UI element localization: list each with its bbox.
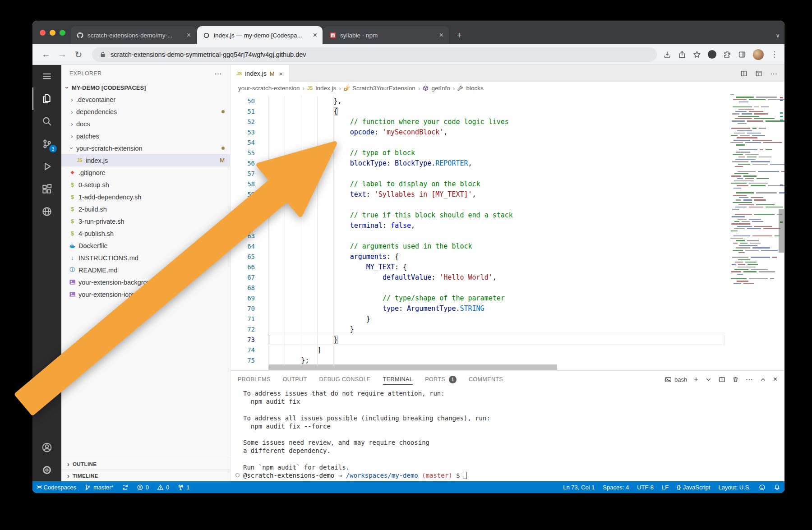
tree-item-README.md[interactable]: ⓘREADME.md xyxy=(61,264,230,276)
code-line-65[interactable]: 65 arguments: { xyxy=(231,252,784,262)
browser-tab[interactable]: index.js — my-demo [Codespa...× xyxy=(197,26,323,44)
tree-item-0-setup.sh[interactable]: $0-setup.sh xyxy=(61,179,230,191)
tree-item-INSTRUCTIONS.md[interactable]: ↓INSTRUCTIONS.md xyxy=(61,252,230,264)
status-eol[interactable]: LF xyxy=(658,481,673,493)
code-line-63[interactable]: 63 xyxy=(231,231,784,241)
code-line-69[interactable]: 69 // type/shape of the parameter xyxy=(231,293,784,304)
bookmark-star-icon[interactable] xyxy=(693,51,701,59)
side-panel-icon[interactable] xyxy=(738,51,746,59)
status-remote-ports[interactable]: 1 xyxy=(173,481,194,493)
workspace-root-folder[interactable]: › MY-DEMO [CODESPACES] xyxy=(61,82,230,93)
code-line-50[interactable]: 50 }, xyxy=(231,96,784,106)
tree-item-your-extension-icon.png[interactable]: your-extension-icon.png xyxy=(61,288,230,300)
activity-extensions[interactable] xyxy=(32,178,61,200)
tree-item-.devcontainer[interactable]: ›.devcontainer xyxy=(61,93,230,106)
breadcrumb-item[interactable]: getInfo xyxy=(431,85,450,92)
activity-settings[interactable] xyxy=(32,459,61,481)
status-warnings[interactable]: 0 xyxy=(153,481,173,493)
code-line-59[interactable]: 59 text: 'Syllables in [MY_TEXT]', xyxy=(231,189,784,200)
tree-item-1-add-dependency.sh[interactable]: $1-add-dependency.sh xyxy=(61,191,230,203)
tree-item-your-extension-background.png[interactable]: your-extension-background.png xyxy=(61,276,230,288)
code-line-57[interactable]: 57 xyxy=(231,169,784,179)
code-line-60[interactable]: 60 xyxy=(231,200,784,210)
panel-tab-problems[interactable]: PROBLEMS xyxy=(238,371,271,388)
status-errors[interactable]: 0 xyxy=(133,481,153,493)
browser-tab[interactable]: syllable - npm× xyxy=(323,26,449,44)
status-encoding[interactable]: UTF-8 xyxy=(633,481,658,493)
terminal[interactable]: To address issues that do not require at… xyxy=(231,388,784,481)
code-line-53[interactable]: 53 opcode: 'mySecondBlock', xyxy=(231,127,784,138)
code-line-74[interactable]: 74 ] xyxy=(231,345,784,355)
code-line-51[interactable]: 51 { xyxy=(231,106,784,117)
shell-picker[interactable]: bash xyxy=(665,376,687,383)
status-branch[interactable]: master* xyxy=(80,481,118,493)
sidebar-section-outline[interactable]: ›OUTLINE xyxy=(61,458,230,470)
tree-item-Dockerfile[interactable]: Dockerfile xyxy=(61,240,230,252)
split-editor-icon[interactable] xyxy=(740,70,747,77)
code-line-64[interactable]: 64 // arguments used in the block xyxy=(231,241,784,252)
extensions-puzzle-icon[interactable] xyxy=(723,51,731,59)
tab-close-icon[interactable]: × xyxy=(312,31,318,39)
profile-avatar[interactable] xyxy=(753,49,764,60)
back-button[interactable]: ← xyxy=(39,47,53,62)
breadcrumb-item[interactable]: Scratch3YourExtension xyxy=(352,85,415,92)
window-close-button[interactable] xyxy=(40,30,46,36)
code-line-52[interactable]: 52 // function where your code logic liv… xyxy=(231,117,784,127)
code-line-55[interactable]: 55 // type of block xyxy=(231,148,784,158)
status-codespaces[interactable]: ><Codespaces xyxy=(32,481,80,493)
code-line-54[interactable]: 54 xyxy=(231,138,784,148)
activity-source-control[interactable]: 3 xyxy=(32,133,61,155)
code-line-72[interactable]: 72 } xyxy=(231,324,784,335)
menu-button[interactable] xyxy=(32,65,61,88)
tree-item-4-publish.sh[interactable]: $4-publish.sh xyxy=(61,227,230,240)
tab-close-icon[interactable]: × xyxy=(438,31,444,39)
editor-tab-indexjs[interactable]: JS index.js M × xyxy=(231,65,289,82)
breadcrumb-item[interactable]: index.js xyxy=(315,85,336,92)
horizontal-scrollbar-thumb[interactable] xyxy=(268,364,557,370)
activity-search[interactable] xyxy=(32,110,61,133)
download-icon[interactable] xyxy=(663,51,671,59)
panel-tab-ports[interactable]: PORTS1 xyxy=(425,371,457,388)
status-language[interactable]: {}JavaScript xyxy=(673,481,714,493)
code-line-70[interactable]: 70 type: ArgumentType.STRING xyxy=(231,304,784,314)
panel-tab-output[interactable]: OUTPUT xyxy=(283,371,307,388)
panel-tab-debug-console[interactable]: DEBUG CONSOLE xyxy=(319,371,370,388)
tree-item-.gitignore[interactable]: .gitignore xyxy=(61,166,230,179)
new-terminal-icon[interactable]: + xyxy=(694,375,698,383)
breadcrumb-item[interactable]: your-scratch-extension xyxy=(238,85,300,92)
explorer-more-icon[interactable]: ⋯ xyxy=(214,69,222,78)
sidebar-section-timeline[interactable]: ›TIMELINE xyxy=(61,470,230,481)
code-line-58[interactable]: 58 // label to display on the block xyxy=(231,179,784,189)
status-sync[interactable] xyxy=(118,481,133,493)
status-notifications[interactable] xyxy=(770,481,784,493)
window-zoom-button[interactable] xyxy=(60,30,65,36)
share-icon[interactable] xyxy=(678,51,686,59)
panel-tab-comments[interactable]: COMMENTS xyxy=(469,371,503,388)
address-bar[interactable]: scratch-extensions-demo-symmetrical-ggq5… xyxy=(92,47,657,62)
status-keyboard-layout[interactable]: Layout: U.S. xyxy=(714,481,755,493)
window-minimize-button[interactable] xyxy=(50,30,55,36)
forward-button[interactable]: → xyxy=(55,47,69,62)
code-line-71[interactable]: 71 } xyxy=(231,314,784,324)
minimap[interactable] xyxy=(728,94,778,288)
split-terminal-icon[interactable] xyxy=(719,376,725,383)
tree-item-docs[interactable]: ›docs xyxy=(61,118,230,130)
tree-item-3-run-private.sh[interactable]: $3-run-private.sh xyxy=(61,215,230,227)
maximize-panel-icon[interactable] xyxy=(760,376,766,383)
tree-item-your-scratch-extension[interactable]: ›your-scratch-extension xyxy=(61,142,230,154)
code-line-67[interactable]: 67 defaultValue: 'Hello World', xyxy=(231,272,784,283)
extension-avatar-icon[interactable] xyxy=(708,50,716,59)
panel-tab-terminal[interactable]: TERMINAL xyxy=(383,371,413,388)
breadcrumb-item[interactable]: blocks xyxy=(466,85,483,92)
browser-menu-icon[interactable]: ⋮ xyxy=(770,50,778,59)
code-line-56[interactable]: 56 blockType: BlockType.REPORTER, xyxy=(231,158,784,169)
panel-more-icon[interactable]: ⋯ xyxy=(746,375,753,384)
code-line-66[interactable]: 66 MY_TEXT: { xyxy=(231,262,784,272)
terminal-profile-chevron-icon[interactable] xyxy=(705,376,712,383)
editor-more-icon[interactable]: ⋯ xyxy=(770,69,777,78)
editor-tab-close-icon[interactable]: × xyxy=(279,70,283,78)
code-editor[interactable]: 50 },51 {52 // function where your code … xyxy=(231,94,784,370)
tree-item-patches[interactable]: ›patches xyxy=(61,130,230,142)
tree-item-index.js[interactable]: JSindex.jsM xyxy=(61,154,230,166)
reload-button[interactable]: ↻ xyxy=(71,47,86,62)
